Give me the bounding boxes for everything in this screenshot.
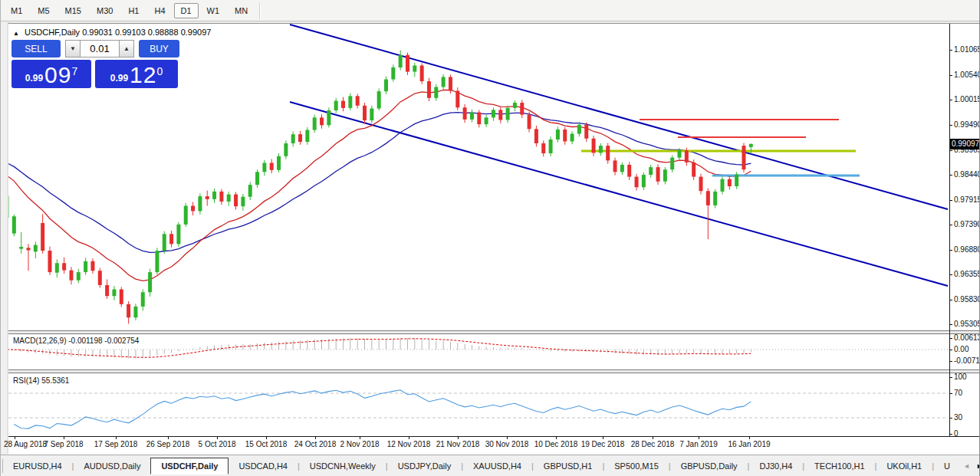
date-axis-label: 19 Dec 2018 bbox=[581, 440, 625, 448]
sell-button[interactable]: SELL bbox=[12, 40, 61, 57]
trend-channel[interactable] bbox=[290, 25, 948, 286]
sell-price-prefix: 0.99 bbox=[25, 71, 43, 86]
price-tick bbox=[949, 200, 952, 201]
tab-scroll-left-icon[interactable]: ◄ bbox=[960, 462, 973, 470]
date-axis-label: 24 Oct 2018 bbox=[294, 440, 336, 448]
price-tick bbox=[949, 300, 952, 300]
date-tick bbox=[15, 436, 15, 439]
date-tick bbox=[266, 436, 267, 439]
lot-size-input[interactable]: 0.01 bbox=[81, 40, 119, 57]
timeframe-button-m15[interactable]: M15 bbox=[58, 3, 88, 18]
date-tick bbox=[603, 436, 603, 439]
rsi-label: RSI(14) 55.5361 bbox=[13, 376, 69, 385]
timeframe-button-mn[interactable]: MN bbox=[228, 3, 255, 18]
tab-gbpusd-daily[interactable]: GBPUSD,Daily bbox=[671, 458, 748, 474]
date-axis-label: 28 Dec 2018 bbox=[631, 440, 675, 448]
tab-ukoil-h1[interactable]: UKOil,H1 bbox=[876, 458, 932, 474]
symbol-title: USDCHF,Daily bbox=[25, 28, 80, 37]
price-axis-label: 1.01065 bbox=[954, 45, 980, 54]
timeframe-button-w1[interactable]: W1 bbox=[200, 3, 227, 18]
price-tick bbox=[949, 175, 952, 176]
buy-price-prefix: 0.99 bbox=[110, 71, 128, 86]
date-tick bbox=[409, 436, 409, 439]
tab-usdchf-daily[interactable]: USDCHF,Daily bbox=[150, 458, 229, 474]
timeframe-button-m5[interactable]: M5 bbox=[31, 3, 56, 18]
rsi-axis-label: 30 bbox=[954, 413, 962, 422]
date-tick bbox=[653, 436, 653, 439]
price-tick bbox=[949, 250, 952, 251]
panel-separator[interactable] bbox=[8, 330, 980, 334]
macd-label: MACD(12,26,9) -0.001198 -0.002754 bbox=[13, 336, 139, 345]
date-axis-label: 2 Nov 2018 bbox=[340, 440, 379, 448]
rsi-axis-label: 70 bbox=[954, 389, 962, 397]
rsi-line bbox=[14, 390, 751, 428]
tab-dj30-h4[interactable]: DJ30,H4 bbox=[749, 458, 802, 474]
macd-tick bbox=[949, 361, 952, 362]
tab-eurusd-h4[interactable]: EURUSD,H4 bbox=[3, 458, 72, 474]
timeframe-button-d1[interactable]: D1 bbox=[174, 3, 199, 18]
date-axis-label: 16 Jan 2019 bbox=[728, 440, 770, 448]
lot-decrease-button[interactable]: ▼ bbox=[65, 40, 81, 57]
buy-price-button[interactable]: 0.99 12 0 bbox=[95, 60, 178, 88]
price-tick bbox=[949, 225, 952, 225]
date-tick bbox=[64, 436, 64, 439]
price-tick bbox=[949, 100, 952, 100]
price-axis-label: 1.00015 bbox=[954, 95, 980, 103]
macd-axis-label: -0.007142 bbox=[954, 356, 980, 365]
macd-axis-label: 0.006137 bbox=[954, 333, 980, 342]
date-axis-label: 15 Oct 2018 bbox=[245, 440, 287, 448]
price-axis-label: 0.96880 bbox=[954, 245, 980, 254]
collapse-arrow-icon[interactable]: ▲ bbox=[13, 30, 19, 37]
timeframe-button-h4[interactable]: H4 bbox=[147, 3, 172, 18]
date-tick bbox=[116, 436, 117, 439]
tab-gbpusd-h1[interactable]: GBPUSD,H1 bbox=[534, 458, 603, 474]
mt4-terminal-window: M1M5M15M30H1H4D1W1MN 1.010651.005401.000… bbox=[0, 0, 980, 476]
price-tick bbox=[949, 50, 952, 51]
buy-price-pip: 0 bbox=[156, 66, 163, 77]
candles-layer bbox=[8, 51, 753, 324]
buy-button[interactable]: BUY bbox=[139, 40, 179, 57]
date-axis-label: 10 Dec 2018 bbox=[534, 440, 578, 448]
tab-audusd-daily[interactable]: AUDUSD,Daily bbox=[74, 458, 150, 474]
price-tick bbox=[949, 125, 952, 126]
symbol-ohlc-header: ▲ USDCHF,Daily 0.99031 0.99103 0.98888 0… bbox=[13, 28, 211, 37]
timeframe-button-h1[interactable]: H1 bbox=[121, 3, 146, 18]
rsi-tick bbox=[949, 434, 952, 435]
price-tick bbox=[949, 75, 952, 76]
macd-tick bbox=[949, 338, 952, 339]
price-axis-label: 0.97390 bbox=[954, 220, 980, 228]
price-tick bbox=[949, 274, 952, 275]
date-axis-label: 12 Nov 2018 bbox=[387, 440, 431, 448]
tab-u[interactable]: U bbox=[934, 458, 960, 474]
date-axis-label: 7 Jan 2019 bbox=[679, 440, 718, 448]
price-axis-label: 0.99490 bbox=[954, 120, 980, 129]
date-tick bbox=[556, 436, 557, 439]
ohlc-values: 0.99031 0.99103 0.98888 0.99097 bbox=[82, 28, 211, 37]
lot-increase-button[interactable]: ▲ bbox=[119, 40, 134, 57]
price-axis-label: 1.00540 bbox=[954, 71, 980, 79]
timeframe-button-m1[interactable]: M1 bbox=[4, 3, 29, 18]
timeframe-button-m30[interactable]: M30 bbox=[90, 3, 120, 18]
tab-sp500-m15[interactable]: SP500,M15 bbox=[604, 458, 668, 474]
tab-usdjpy-daily[interactable]: USDJPY,Daily bbox=[388, 458, 462, 474]
price-axis-label: 0.96355 bbox=[954, 270, 980, 278]
rsi-axis-label: 100 bbox=[954, 373, 967, 381]
one-click-trading-row: SELL ▼ 0.01 ▲ BUY bbox=[12, 40, 179, 57]
macd-axis-label: 0.00 bbox=[954, 345, 968, 353]
sell-price-big: 09 bbox=[44, 64, 71, 86]
macd-indicator-panel[interactable] bbox=[8, 335, 949, 369]
rsi-indicator-panel[interactable] bbox=[8, 374, 949, 436]
tab-usdcad-h4[interactable]: USDCAD,H4 bbox=[229, 458, 298, 474]
date-tick bbox=[699, 436, 699, 439]
buy-price-big: 12 bbox=[130, 64, 156, 86]
tab-xauusd-h4[interactable]: XAUUSD,H4 bbox=[463, 458, 531, 474]
price-tick bbox=[949, 150, 952, 151]
date-axis-label: 26 Sep 2018 bbox=[146, 440, 190, 448]
date-tick bbox=[749, 436, 750, 439]
tab-scroll-right-icon[interactable]: ► bbox=[973, 462, 979, 470]
sell-price-button[interactable]: 0.99 09 7 bbox=[12, 60, 91, 88]
panel-separator[interactable] bbox=[8, 369, 980, 373]
date-tick bbox=[217, 436, 218, 439]
tab-tech100-h1[interactable]: TECH100,H1 bbox=[804, 458, 874, 474]
tab-usdcnh-weekly[interactable]: USDCNH,Weekly bbox=[300, 458, 386, 474]
